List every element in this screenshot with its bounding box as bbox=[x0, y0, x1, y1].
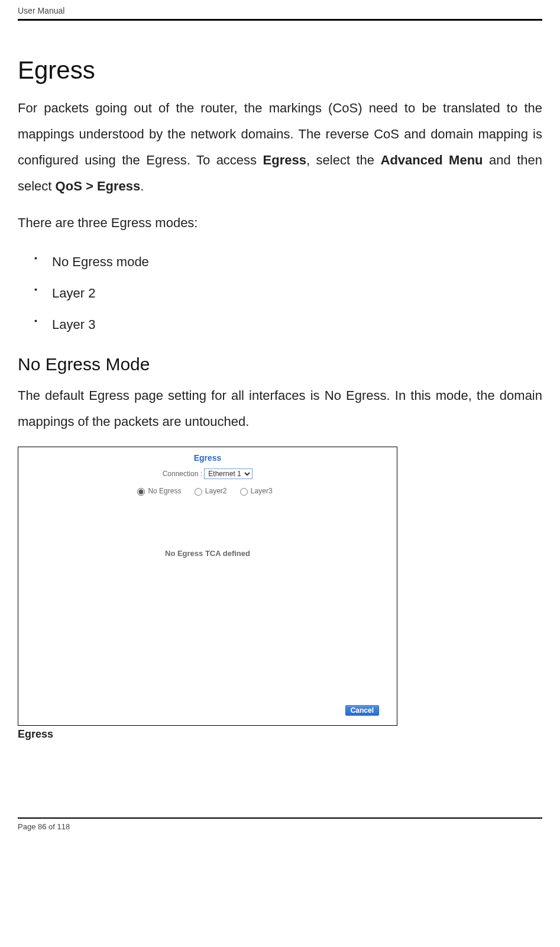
panel-title: Egress bbox=[18, 447, 397, 463]
cancel-button[interactable]: Cancel bbox=[345, 705, 379, 716]
page-header: User Manual bbox=[0, 0, 560, 19]
figure-caption: Egress bbox=[18, 728, 542, 741]
connection-select[interactable]: Ethernet 1 bbox=[204, 468, 253, 479]
subsection-paragraph: The default Egress page setting for all … bbox=[18, 383, 542, 435]
bold-advanced-menu: Advanced Menu bbox=[381, 153, 483, 167]
egress-mode-radio-group: No Egress Layer2 Layer3 bbox=[18, 486, 397, 496]
radio-layer3-label: Layer3 bbox=[251, 487, 273, 495]
radio-layer2-label: Layer2 bbox=[205, 487, 227, 495]
radio-no-egress[interactable] bbox=[137, 488, 145, 496]
list-item: Layer 2 bbox=[31, 278, 542, 309]
list-item: Layer 3 bbox=[31, 309, 542, 341]
bold-egress: Egress bbox=[263, 153, 306, 167]
radio-no-egress-label: No Egress bbox=[148, 487, 181, 495]
section-intro-paragraph: For packets going out of the router, the… bbox=[18, 95, 542, 199]
page-content: Egress For packets going out of the rout… bbox=[0, 21, 560, 746]
page-footer: Page 86 of 118 bbox=[0, 819, 560, 843]
connection-row: Connection : Ethernet 1 bbox=[18, 468, 397, 479]
para-text: , select the bbox=[306, 153, 381, 167]
no-tca-message: No Egress TCA defined bbox=[18, 549, 397, 558]
list-item: No Egress mode bbox=[31, 247, 542, 278]
bold-qos-egress: QoS > Egress bbox=[56, 179, 141, 193]
subsection-title-no-egress: No Egress Mode bbox=[18, 354, 542, 374]
modes-intro: There are three Egress modes: bbox=[18, 210, 542, 236]
radio-layer3[interactable] bbox=[240, 488, 248, 496]
egress-modes-list: No Egress mode Layer 2 Layer 3 bbox=[31, 247, 542, 340]
connection-label: Connection : bbox=[163, 470, 202, 478]
para-text: . bbox=[140, 179, 144, 193]
section-title-egress: Egress bbox=[18, 56, 542, 85]
radio-layer2[interactable] bbox=[195, 488, 202, 496]
screenshot-panel: Egress Connection : Ethernet 1 No Egress… bbox=[18, 447, 397, 726]
